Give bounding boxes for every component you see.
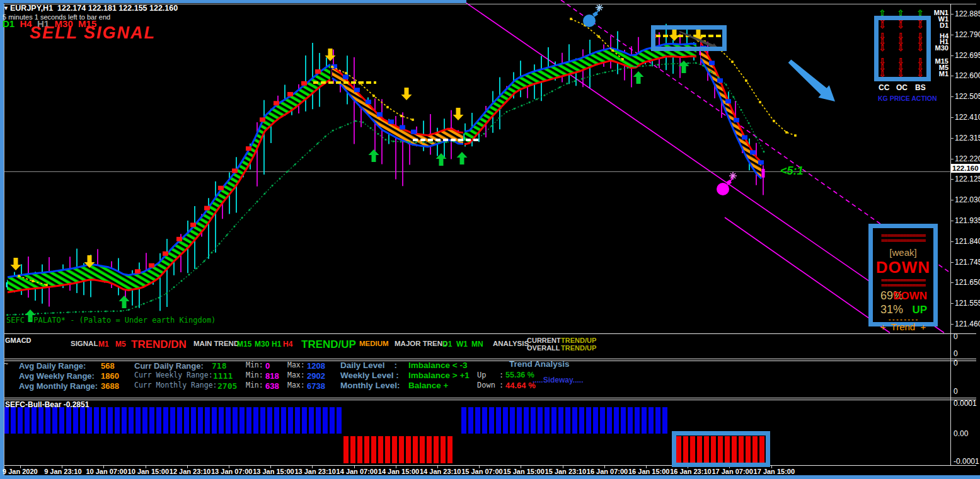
trend-direction-label: DOWN [873,258,933,277]
tf-signal-d1: D1 [3,18,20,29]
price-axis-label: 121.460 [955,320,980,328]
histogram-bar [371,436,376,463]
time-axis-label: 13 Jan 15:00 [253,468,294,475]
range-item: 2902 [307,372,325,380]
range-item: Daily Level : [340,361,397,370]
sell-dot-marker [709,61,715,65]
time-axis-tick [62,466,62,468]
histogram-bar [551,407,556,434]
range-item: Avg Daily Range: [19,362,86,370]
range-item: Min: [246,362,263,369]
buy-dot-marker [232,168,238,173]
price-axis-tick [950,282,954,283]
time-axis-label: 17 Jan 15:00 [754,468,795,475]
bomb-icon [717,172,737,195]
range-item: Imbalance < -3 [408,361,467,370]
time-axis-label: 14 Jan 15:00 [378,468,419,475]
range-item: ~ [4,360,8,367]
subpanel-axis-label: 0 [954,332,958,341]
histogram-bar [579,407,584,434]
gmacd-item: OVERALL [527,345,560,352]
histogram-bar [413,436,418,463]
histogram-bar [434,436,439,463]
subpanel-axis-label: 0 [954,359,958,367]
buy-dot-marker [135,269,141,274]
mtf-col-header: BS [915,84,926,91]
sell-dot-marker [354,88,360,92]
panel-separator [4,398,976,398]
buy-dot-marker [218,186,224,190]
histogram-bar [406,436,411,463]
histogram-bar [538,407,543,434]
histogram-bar [607,407,612,434]
histogram-bar [427,436,432,463]
gmacd-item: GMACD [5,337,32,344]
mtf-row-label: M1 [939,71,948,78]
time-axis-tick [479,466,480,468]
histogram-bar [4,407,9,434]
histogram-bar [101,407,106,434]
price-axis-tick [950,262,954,263]
bomb-icon [583,4,603,27]
histogram-bar [420,436,425,463]
buy-dot-marker [246,146,251,151]
time-axis-label: 14 Jan 07:00 [337,468,378,475]
histogram-bar [122,407,127,434]
trend-pct-value: 31% [880,304,903,315]
histogram-bar [337,407,342,434]
histogram-bar [45,407,50,434]
time-axis-tick [521,466,521,468]
range-item: Down [477,381,495,389]
gmacd-item: MAJOR TREND [395,340,447,348]
histogram-bar [468,407,473,434]
price-axis-tick [950,221,954,221]
range-item: Avg Monthly Range: [19,382,98,390]
histogram-bar [32,407,37,434]
histogram-bar [558,407,563,434]
range-item: 568 [101,362,115,370]
risk-ratio-label: <5:1 [780,165,804,176]
gmacd-item: H4 [283,340,292,348]
gmacd-item: TREND/UP [301,339,356,350]
histogram-bar [461,407,466,434]
histogram-bar [184,407,189,434]
histogram-bar [226,407,231,434]
histogram-bar [649,407,654,434]
histogram-bar [219,407,224,434]
range-item: Weekly Level : [340,371,399,380]
price-axis-label: 122.125 [955,175,980,183]
range-item: Curr Weekly Range: [134,372,213,379]
range-item: : [499,371,504,379]
gmacd-item: ANALYSIS [493,340,529,348]
sell-dot-marker [717,78,723,83]
histogram-bar [614,407,619,434]
time-axis-tick [312,466,313,468]
price-axis-label: 122.315 [955,134,980,142]
time-axis-label: 13 Jan 23:10 [294,468,335,475]
gmacd-item: M5 [115,340,126,348]
mtf-row-label: M30 [935,45,948,52]
separator-text: ============== [873,282,933,289]
price-axis-tick [950,14,954,14]
histogram-bar [281,407,286,434]
histogram-bar [302,407,307,434]
trend-direction-value: DOWN [893,291,927,301]
histogram-bar [343,436,349,463]
range-item: 1111 [213,372,233,380]
range-item: 718 [212,362,226,370]
sell-dot-marker [734,118,739,122]
gmacd-item: H1 [272,340,281,348]
range-item: Max: [287,372,305,379]
histogram-bar [149,407,154,434]
histogram-bar [142,407,147,434]
symbol-dropdown-icon[interactable]: ▼ [3,6,9,11]
time-axis-tick [646,466,647,468]
range-item: 44.64 % [505,381,536,390]
trend-direction-value: UP [912,304,927,315]
price-chart-canvas[interactable] [0,0,950,333]
sell-dot-marker [388,120,394,124]
price-axis-label: 122.885 [955,9,980,18]
range-item: Min: [246,372,263,379]
histogram-bar [350,436,355,463]
time-axis-label: 15 Jan 07:00 [461,468,502,475]
